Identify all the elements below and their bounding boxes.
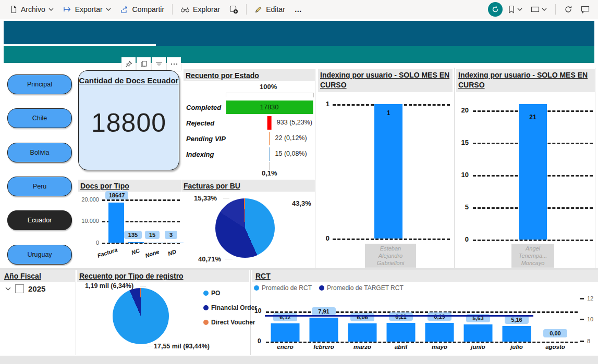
funnel-top-bracket — [226, 93, 314, 97]
bar-febrero[interactable] — [310, 318, 338, 342]
pie-chart-tipo-registro[interactable] — [113, 288, 169, 344]
copy-visual-button[interactable] — [137, 57, 151, 71]
y-tick: 15 — [457, 139, 469, 146]
rct-slot: 6,19mayo — [420, 300, 459, 342]
target-rct-line[interactable] — [265, 315, 533, 317]
archivo-label: Archivo — [21, 5, 45, 14]
visual-more-options-button[interactable] — [167, 57, 181, 71]
funnel-row: Indexing 15 (0,08%) — [184, 147, 315, 161]
user-name-line: Esteban — [365, 245, 416, 252]
bookmarks-button[interactable] — [505, 3, 526, 16]
bar-nd[interactable] — [168, 243, 184, 243]
comment-icon — [581, 6, 590, 14]
legend-label: Financial Order — [211, 304, 257, 311]
funnel-category: Rejected — [186, 119, 226, 127]
data-label: 7,91 — [312, 307, 336, 316]
sidebar-item-ecuador[interactable]: Ecuador — [7, 210, 72, 230]
year-checkbox[interactable] — [15, 284, 24, 293]
bar-marzo[interactable] — [348, 323, 377, 342]
nav-label: Peru — [33, 183, 46, 190]
bar-factura[interactable] — [108, 203, 124, 243]
y-tick: 20.000 — [78, 196, 99, 203]
pie-chart-facturas-bu[interactable] — [215, 198, 275, 258]
pin-visual-button[interactable] — [121, 57, 136, 71]
funnel-bar-pending-vip[interactable] — [269, 132, 270, 145]
chevron-down-icon — [106, 8, 111, 11]
legend-dot — [254, 285, 259, 291]
legend-item-promedio-target-rct[interactable]: Promedio de TARGET RCT — [319, 284, 404, 292]
more-options-button[interactable]: … — [290, 3, 307, 16]
editar-label: Editar — [266, 5, 285, 14]
sidebar-item-chile[interactable]: Chile — [7, 108, 72, 128]
year-label: 2025 — [28, 284, 45, 293]
x-label: Factura — [96, 246, 118, 259]
view-button[interactable] — [528, 3, 550, 16]
bar-mayo[interactable] — [425, 323, 454, 342]
chevron-down-icon — [542, 8, 547, 11]
pie-label: 1,19 mil (6,34%) — [85, 282, 133, 290]
editar-button[interactable]: Editar — [250, 3, 290, 16]
circular-arrow-icon — [491, 5, 499, 14]
legend-item-financial-order[interactable]: Financial Order — [203, 304, 257, 311]
funnel-bar-rejected[interactable] — [267, 116, 272, 130]
nav-label: Principal — [27, 81, 52, 88]
y-tick: 10 — [457, 171, 469, 179]
refresh-button[interactable] — [561, 3, 576, 16]
visual-header-toolbar — [121, 57, 181, 71]
kpi-card-docs-ecuador[interactable]: Cantidad de Docs Ecuador 18800 — [78, 70, 179, 170]
compartir-button[interactable]: Compartir — [116, 3, 169, 16]
legend-item-promedio-rct[interactable]: Promedio de RCT — [254, 284, 312, 292]
bar-julio[interactable] — [503, 326, 531, 342]
nav-label: Ecuador — [28, 217, 52, 224]
data-label: 135 — [124, 231, 142, 239]
y-tick: 1 — [318, 100, 329, 108]
x-label: NC — [131, 247, 141, 256]
label-connector — [147, 346, 153, 346]
y-tick: 5 — [457, 203, 469, 211]
data-label: 18647 — [105, 191, 128, 199]
funnel-top-label: 100% — [260, 83, 277, 91]
legend-dot — [203, 291, 209, 296]
bar-abril[interactable] — [387, 323, 416, 342]
bar-user[interactable] — [374, 104, 402, 239]
rct-slot: 6,12enero — [266, 300, 304, 342]
bar-none[interactable] — [148, 243, 164, 243]
rct-slot: 0,00agosto — [536, 300, 575, 342]
gridline — [333, 239, 450, 240]
y-tick-right: 12 — [587, 295, 593, 302]
funnel-category: Completed — [186, 104, 226, 111]
data-label: 15 — [145, 231, 160, 239]
funnel-bar-indexing[interactable] — [269, 147, 270, 161]
bar-chart-indexing-2: 20 15 10 5 0 21 Angel Tenempa... Moncayo — [456, 68, 597, 268]
x-label-month: agosto — [545, 344, 565, 350]
legend-item-po[interactable]: PO — [203, 290, 257, 297]
bar-nc[interactable] — [128, 242, 144, 243]
user-name-line: Alejandro — [365, 252, 416, 259]
x-category-user[interactable]: Angel Tenempa... Moncayo — [511, 244, 554, 268]
exportar-menu[interactable]: Exportar — [58, 3, 116, 16]
bar-junio[interactable] — [464, 324, 493, 342]
comments-button[interactable] — [578, 3, 593, 16]
user-name-line: Moncayo — [511, 259, 554, 267]
rct-plot-area: 6,12enero 7,91febrero 6,06marzo 6,21abri… — [266, 300, 578, 342]
explorar-button[interactable]: Explorar — [176, 3, 225, 16]
sidebar-item-uruguay[interactable]: Uruguay — [7, 245, 72, 265]
bar-enero[interactable] — [271, 323, 300, 342]
filters-button[interactable] — [152, 57, 166, 71]
sidebar-item-peru[interactable]: Peru — [7, 177, 72, 196]
bar-user[interactable] — [519, 104, 547, 240]
filter-icon — [155, 61, 163, 67]
expand-chevron-icon[interactable] — [5, 287, 11, 291]
x-category-user[interactable]: Esteban Alejandro Gabrielloni — [365, 244, 416, 268]
archivo-menu[interactable]: Archivo — [5, 3, 58, 16]
sidebar-item-bolivia[interactable]: Bolivia — [7, 143, 72, 162]
funnel-bottom-label: 0,1% — [262, 169, 277, 177]
update-app-button[interactable] — [488, 2, 503, 17]
rct-slot: 6,21abril — [382, 300, 420, 342]
sidebar-item-principal[interactable]: Principal — [7, 74, 72, 94]
legend-item-direct-voucher[interactable]: Direct Voucher — [203, 319, 257, 326]
tipo-registro-title-strip: Recuento por Tipo de registro — [77, 270, 249, 282]
exportar-label: Exportar — [75, 5, 103, 14]
add-page-button[interactable] — [225, 3, 243, 17]
fiscal-title: Año Fiscal — [0, 270, 75, 281]
